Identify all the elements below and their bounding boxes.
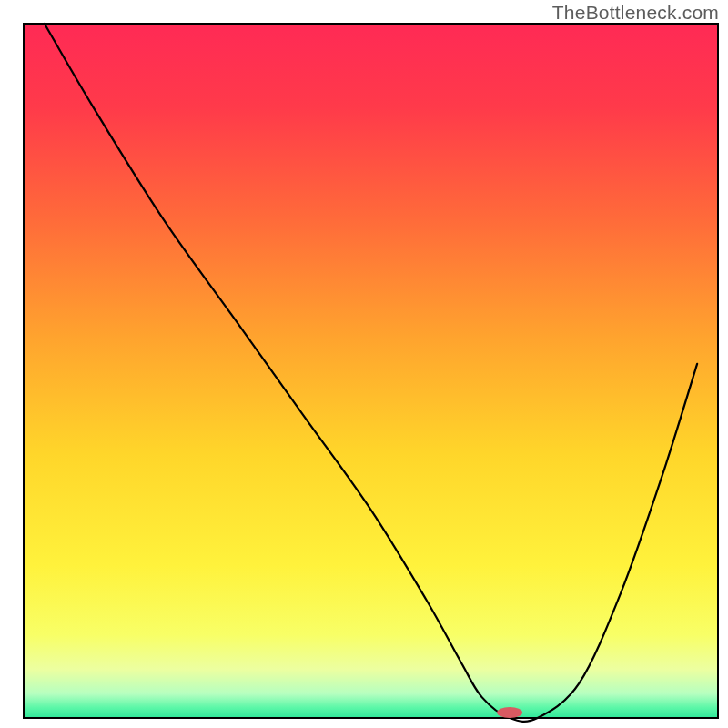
- gradient-background: [24, 24, 718, 718]
- watermark-text: TheBottleneck.com: [552, 2, 719, 24]
- chart-svg: [0, 0, 728, 728]
- bottleneck-chart: TheBottleneck.com: [0, 0, 728, 728]
- optimal-point-marker: [497, 707, 522, 718]
